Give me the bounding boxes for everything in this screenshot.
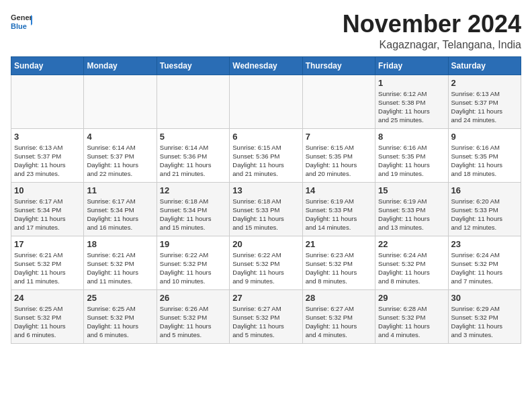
day-info: Sunrise: 6:16 AM Sunset: 5:35 PM Dayligh…	[378, 143, 445, 179]
calendar-body: 1Sunrise: 6:12 AM Sunset: 5:38 PM Daylig…	[11, 75, 521, 343]
day-number: 13	[232, 185, 299, 195]
day-info: Sunrise: 6:26 AM Sunset: 5:32 PM Dayligh…	[160, 304, 226, 340]
day-number: 16	[451, 185, 518, 195]
logo-icon: General Blue	[11, 11, 32, 32]
day-info: Sunrise: 6:25 AM Sunset: 5:32 PM Dayligh…	[87, 304, 153, 340]
day-number: 1	[378, 78, 445, 88]
calendar-cell: 17Sunrise: 6:21 AM Sunset: 5:32 PM Dayli…	[11, 236, 84, 289]
calendar-cell: 15Sunrise: 6:19 AM Sunset: 5:33 PM Dayli…	[375, 182, 448, 236]
calendar-cell: 26Sunrise: 6:26 AM Sunset: 5:32 PM Dayli…	[157, 289, 229, 343]
day-number: 27	[232, 293, 299, 303]
calendar-cell: 5Sunrise: 6:14 AM Sunset: 5:36 PM Daylig…	[157, 128, 229, 182]
calendar-table: SundayMondayTuesdayWednesdayThursdayFrid…	[11, 56, 521, 344]
week-row-4: 17Sunrise: 6:21 AM Sunset: 5:32 PM Dayli…	[11, 236, 521, 289]
day-number: 6	[232, 132, 299, 142]
calendar-cell: 4Sunrise: 6:14 AM Sunset: 5:37 PM Daylig…	[84, 128, 157, 182]
day-info: Sunrise: 6:22 AM Sunset: 5:32 PM Dayligh…	[160, 250, 226, 286]
day-info: Sunrise: 6:27 AM Sunset: 5:32 PM Dayligh…	[306, 304, 372, 340]
day-info: Sunrise: 6:23 AM Sunset: 5:32 PM Dayligh…	[306, 250, 372, 286]
day-info: Sunrise: 6:29 AM Sunset: 5:32 PM Dayligh…	[451, 304, 518, 340]
calendar-cell: 11Sunrise: 6:17 AM Sunset: 5:34 PM Dayli…	[84, 182, 157, 236]
calendar-cell: 21Sunrise: 6:23 AM Sunset: 5:32 PM Dayli…	[302, 236, 375, 289]
day-number: 29	[378, 293, 445, 303]
svg-marker-2	[31, 15, 32, 26]
day-number: 15	[378, 185, 445, 195]
weekday-wednesday: Wednesday	[230, 56, 302, 75]
calendar-cell: 29Sunrise: 6:28 AM Sunset: 5:32 PM Dayli…	[375, 289, 448, 343]
week-row-3: 10Sunrise: 6:17 AM Sunset: 5:34 PM Dayli…	[11, 182, 521, 236]
day-info: Sunrise: 6:19 AM Sunset: 5:33 PM Dayligh…	[306, 197, 372, 232]
day-number: 21	[306, 239, 372, 249]
month-title: November 2024	[343, 11, 521, 38]
day-number: 26	[160, 293, 226, 303]
day-info: Sunrise: 6:19 AM Sunset: 5:33 PM Dayligh…	[378, 197, 445, 232]
calendar-header: SundayMondayTuesdayWednesdayThursdayFrid…	[11, 56, 521, 75]
week-row-2: 3Sunrise: 6:13 AM Sunset: 5:37 PM Daylig…	[11, 128, 521, 182]
logo: General Blue	[11, 11, 32, 32]
day-info: Sunrise: 6:17 AM Sunset: 5:34 PM Dayligh…	[14, 197, 81, 232]
calendar-cell: 14Sunrise: 6:19 AM Sunset: 5:33 PM Dayli…	[302, 182, 375, 236]
calendar-cell: 6Sunrise: 6:15 AM Sunset: 5:36 PM Daylig…	[230, 128, 302, 182]
day-info: Sunrise: 6:18 AM Sunset: 5:33 PM Dayligh…	[232, 197, 299, 232]
day-number: 30	[451, 293, 518, 303]
weekday-tuesday: Tuesday	[157, 56, 229, 75]
day-number: 3	[14, 132, 81, 142]
day-info: Sunrise: 6:21 AM Sunset: 5:32 PM Dayligh…	[14, 250, 81, 286]
day-number: 24	[14, 293, 81, 303]
day-info: Sunrise: 6:15 AM Sunset: 5:36 PM Dayligh…	[232, 143, 299, 179]
calendar-cell: 23Sunrise: 6:24 AM Sunset: 5:32 PM Dayli…	[448, 236, 521, 289]
svg-text:Blue: Blue	[11, 22, 27, 30]
week-row-5: 24Sunrise: 6:25 AM Sunset: 5:32 PM Dayli…	[11, 289, 521, 343]
day-info: Sunrise: 6:20 AM Sunset: 5:33 PM Dayligh…	[451, 197, 518, 232]
day-number: 2	[451, 78, 518, 88]
weekday-row: SundayMondayTuesdayWednesdayThursdayFrid…	[11, 56, 521, 75]
calendar-cell: 27Sunrise: 6:27 AM Sunset: 5:32 PM Dayli…	[230, 289, 302, 343]
calendar-cell: 8Sunrise: 6:16 AM Sunset: 5:35 PM Daylig…	[375, 128, 448, 182]
calendar-cell: 19Sunrise: 6:22 AM Sunset: 5:32 PM Dayli…	[157, 236, 229, 289]
calendar-cell: 12Sunrise: 6:18 AM Sunset: 5:34 PM Dayli…	[157, 182, 229, 236]
calendar-cell: 30Sunrise: 6:29 AM Sunset: 5:32 PM Dayli…	[448, 289, 521, 343]
day-info: Sunrise: 6:12 AM Sunset: 5:38 PM Dayligh…	[378, 89, 445, 125]
day-number: 18	[87, 239, 153, 249]
day-info: Sunrise: 6:22 AM Sunset: 5:32 PM Dayligh…	[232, 250, 299, 286]
day-number: 23	[451, 239, 518, 249]
header: General Blue November 2024 Kagaznagar, T…	[11, 11, 521, 51]
day-number: 17	[14, 239, 81, 249]
day-info: Sunrise: 6:18 AM Sunset: 5:34 PM Dayligh…	[160, 197, 226, 232]
calendar-cell	[157, 75, 229, 128]
calendar-cell: 3Sunrise: 6:13 AM Sunset: 5:37 PM Daylig…	[11, 128, 84, 182]
day-number: 12	[160, 185, 226, 195]
day-info: Sunrise: 6:25 AM Sunset: 5:32 PM Dayligh…	[14, 304, 81, 340]
day-info: Sunrise: 6:24 AM Sunset: 5:32 PM Dayligh…	[451, 250, 518, 286]
day-number: 10	[14, 185, 81, 195]
weekday-sunday: Sunday	[11, 56, 84, 75]
day-number: 8	[378, 132, 445, 142]
day-info: Sunrise: 6:17 AM Sunset: 5:34 PM Dayligh…	[87, 197, 153, 232]
weekday-monday: Monday	[84, 56, 157, 75]
day-number: 14	[306, 185, 372, 195]
day-info: Sunrise: 6:21 AM Sunset: 5:32 PM Dayligh…	[87, 250, 153, 286]
calendar-cell	[230, 75, 302, 128]
day-number: 19	[160, 239, 226, 249]
svg-text:General: General	[11, 13, 32, 21]
calendar-cell: 18Sunrise: 6:21 AM Sunset: 5:32 PM Dayli…	[84, 236, 157, 289]
calendar-cell: 20Sunrise: 6:22 AM Sunset: 5:32 PM Dayli…	[230, 236, 302, 289]
day-info: Sunrise: 6:16 AM Sunset: 5:35 PM Dayligh…	[451, 143, 518, 179]
day-info: Sunrise: 6:24 AM Sunset: 5:32 PM Dayligh…	[378, 250, 445, 286]
day-number: 28	[306, 293, 372, 303]
calendar-cell: 25Sunrise: 6:25 AM Sunset: 5:32 PM Dayli…	[84, 289, 157, 343]
day-info: Sunrise: 6:13 AM Sunset: 5:37 PM Dayligh…	[14, 143, 81, 179]
calendar-cell: 24Sunrise: 6:25 AM Sunset: 5:32 PM Dayli…	[11, 289, 84, 343]
day-info: Sunrise: 6:15 AM Sunset: 5:35 PM Dayligh…	[306, 143, 372, 179]
calendar-cell	[11, 75, 84, 128]
weekday-saturday: Saturday	[448, 56, 521, 75]
calendar-cell: 7Sunrise: 6:15 AM Sunset: 5:35 PM Daylig…	[302, 128, 375, 182]
day-info: Sunrise: 6:14 AM Sunset: 5:37 PM Dayligh…	[87, 143, 153, 179]
calendar-cell: 16Sunrise: 6:20 AM Sunset: 5:33 PM Dayli…	[448, 182, 521, 236]
week-row-1: 1Sunrise: 6:12 AM Sunset: 5:38 PM Daylig…	[11, 75, 521, 128]
day-info: Sunrise: 6:27 AM Sunset: 5:32 PM Dayligh…	[232, 304, 299, 340]
day-info: Sunrise: 6:28 AM Sunset: 5:32 PM Dayligh…	[378, 304, 445, 340]
day-number: 5	[160, 132, 226, 142]
calendar-cell: 28Sunrise: 6:27 AM Sunset: 5:32 PM Dayli…	[302, 289, 375, 343]
day-number: 9	[451, 132, 518, 142]
